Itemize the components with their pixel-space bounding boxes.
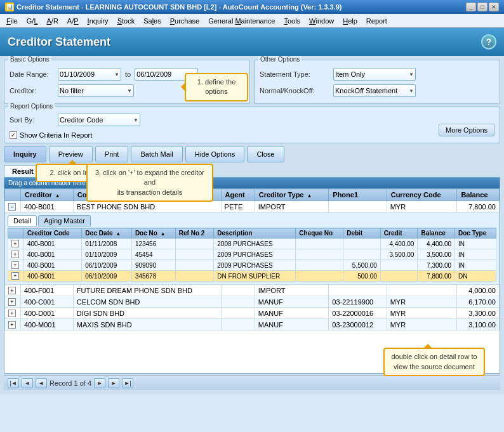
- menu-ap[interactable]: A/P: [63, 16, 83, 26]
- plus-icon[interactable]: +: [11, 261, 19, 269]
- menu-tools[interactable]: Tools: [280, 16, 304, 26]
- statement-type-arrow-icon: ▼: [409, 72, 414, 77]
- detail-tab-detail[interactable]: Detail: [8, 215, 37, 226]
- show-criteria-row: ✓ Show Criteria In Report: [10, 131, 140, 139]
- title-bar: 📊 Creditor Statement - LEARNING AUTOCOUN…: [0, 0, 504, 14]
- menu-file[interactable]: File: [3, 16, 22, 26]
- d-col-debit[interactable]: Debit: [343, 228, 381, 239]
- menu-report[interactable]: Report: [362, 16, 391, 26]
- sort-by-row: Sort By: Creditor Code ▼: [10, 114, 140, 126]
- sort-by-label: Sort By:: [10, 116, 54, 124]
- app-window: 📊 Creditor Statement - LEARNING AUTOCOUN…: [0, 0, 504, 394]
- plus-icon[interactable]: +: [8, 310, 16, 317]
- hide-options-button[interactable]: Hide Options: [185, 146, 245, 162]
- nav-next-page-button[interactable]: ►: [94, 378, 105, 388]
- type-cell: IMPORT: [255, 201, 329, 213]
- table-row[interactable]: + 400-C001 CELCOM SDN BHD MANUF 03-22119…: [5, 296, 500, 308]
- d-col-doc-date[interactable]: Doc Date ▲: [82, 228, 132, 239]
- creditor-label: Creditor:: [10, 87, 54, 95]
- agent-cell: PETE: [221, 201, 255, 213]
- menu-bar: File G/L A/R A/P Inquiry Stock Sales Pur…: [0, 14, 504, 28]
- currency-cell: MYR: [387, 201, 457, 213]
- nav-first-button[interactable]: |◄: [8, 378, 19, 388]
- menu-purchase[interactable]: Purchase: [166, 16, 203, 26]
- plus-icon[interactable]: +: [11, 240, 19, 247]
- expand-cell: −: [5, 201, 21, 213]
- menu-window[interactable]: Window: [305, 16, 338, 26]
- options-row: Basic Options Date Range: 01/10/2009 ▼ t…: [4, 60, 500, 104]
- page-header: Creditor Statement ?: [0, 28, 504, 56]
- d-col-doc-no[interactable]: Doc No ▲: [131, 228, 175, 239]
- d-col-description[interactable]: Description: [214, 228, 296, 239]
- detail-table: Creditor Code Doc Date ▲ Doc No ▲ Ref No…: [8, 228, 496, 282]
- menu-inquiry[interactable]: Inquiry: [84, 16, 112, 26]
- inquiry-button[interactable]: Inquiry: [4, 146, 46, 162]
- plus-icon[interactable]: +: [8, 298, 16, 306]
- minimize-btn[interactable]: _: [466, 3, 476, 11]
- col-creditor[interactable]: Creditor ▲: [21, 189, 74, 201]
- sort-by-select[interactable]: Creditor Code ▼: [58, 114, 140, 126]
- close-btn[interactable]: ✕: [489, 3, 499, 11]
- nav-prev-button[interactable]: ◄: [22, 378, 33, 388]
- d-col-doc-type[interactable]: Doc Type: [455, 228, 496, 239]
- show-criteria-checkbox[interactable]: ✓: [10, 131, 17, 139]
- d-col-credit[interactable]: Credit: [380, 228, 418, 239]
- nav-next-button[interactable]: ►: [108, 378, 119, 388]
- define-options-callout: 1. define theoptions: [185, 73, 248, 101]
- menu-ar[interactable]: A/R: [43, 16, 62, 26]
- print-button[interactable]: Print: [95, 146, 129, 162]
- maximize-btn[interactable]: □: [477, 3, 487, 11]
- batch-mail-button[interactable]: Batch Mail: [131, 146, 182, 162]
- menu-gl[interactable]: G/L: [23, 16, 42, 26]
- menu-help[interactable]: Help: [339, 16, 361, 26]
- window-controls: _ □ ✕: [466, 3, 499, 11]
- table-row[interactable]: + 400-F001 FUTURE DREAM PHONE SDN BHD IM…: [5, 285, 500, 296]
- d-col-expand: [8, 228, 24, 239]
- plus-icon[interactable]: +: [8, 287, 16, 294]
- date-range-label: Date Range:: [10, 70, 54, 78]
- plus-icon[interactable]: +: [11, 251, 19, 258]
- detail-row[interactable]: + 400-B00106/10/20099090902009 PURCHASES…: [8, 260, 496, 271]
- close-button[interactable]: Close: [247, 146, 284, 162]
- date-from-arrow-icon: ▼: [114, 72, 119, 77]
- d-col-cheque[interactable]: Cheque No: [296, 228, 343, 239]
- detail-row[interactable]: + 400-B00101/10/2009454542009 PURCHASES3…: [8, 249, 496, 260]
- col-balance[interactable]: Balance: [457, 189, 500, 201]
- menu-sales[interactable]: Sales: [140, 16, 165, 26]
- date-from-input[interactable]: 01/10/2009 ▼: [58, 68, 121, 81]
- more-options-button[interactable]: More Options: [439, 124, 494, 136]
- knockoff-select[interactable]: KnockOff Statement ▼: [333, 84, 416, 97]
- table-row[interactable]: − 400-B001 BEST PHONE SDN BHD PETE IMPOR…: [5, 201, 500, 213]
- col-agent[interactable]: Agent: [221, 189, 255, 201]
- title-bar-text: Creditor Statement - LEARNING AUTOCOUNT …: [17, 3, 342, 11]
- col-currency-code[interactable]: Currency Code: [387, 189, 457, 201]
- statement-type-select[interactable]: Item Only ▼: [333, 68, 416, 81]
- statement-type-label: Statement Type:: [260, 70, 329, 78]
- col-creditor-type[interactable]: Creditor Type ▲: [255, 189, 329, 201]
- help-button[interactable]: ?: [481, 34, 496, 49]
- detail-section-row: Detail Aging Master Creditor Code Doc Da…: [5, 213, 500, 285]
- d-col-creditor-code[interactable]: Creditor Code: [24, 228, 82, 239]
- nav-prev-page-button[interactable]: ◄: [36, 378, 47, 388]
- detail-row[interactable]: + 400-B00106/10/2009345678DN FROM SUPPLI…: [8, 271, 496, 282]
- creditor-select[interactable]: No filter ▼: [58, 84, 134, 97]
- detail-tab-aging[interactable]: Aging Master: [38, 215, 91, 226]
- statement-type-row: Statement Type: Item Only ▼: [260, 68, 494, 81]
- table-row[interactable]: + 400-D001 DIGI SDN BHD MANUF 03-2200001…: [5, 308, 500, 319]
- page-title: Creditor Statement: [8, 36, 110, 49]
- nav-last-button[interactable]: ►|: [122, 378, 133, 388]
- plus-icon[interactable]: +: [8, 321, 16, 329]
- d-col-ref-no[interactable]: Ref No 2: [175, 228, 214, 239]
- plus-icon[interactable]: +: [11, 272, 19, 280]
- company-cell: BEST PHONE SDN BHD: [73, 201, 221, 213]
- menu-general-maintenance[interactable]: General Maintenance: [204, 16, 279, 26]
- detail-row[interactable]: + 400-B00101/11/20081234562008 PURCHASES…: [8, 239, 496, 249]
- report-options-panel: Report Options Sort By: Creditor Code ▼ …: [4, 107, 500, 143]
- show-criteria-label: Show Criteria In Report: [20, 131, 92, 139]
- d-col-balance[interactable]: Balance: [418, 228, 455, 239]
- col-phone1[interactable]: Phone1: [329, 189, 387, 201]
- table-row[interactable]: + 400-M001 MAXIS SDN BHD MANUF 03-230000…: [5, 319, 500, 331]
- other-options-label: Other Options: [258, 56, 302, 63]
- menu-stock[interactable]: Stock: [114, 16, 139, 26]
- minus-icon[interactable]: −: [8, 203, 16, 211]
